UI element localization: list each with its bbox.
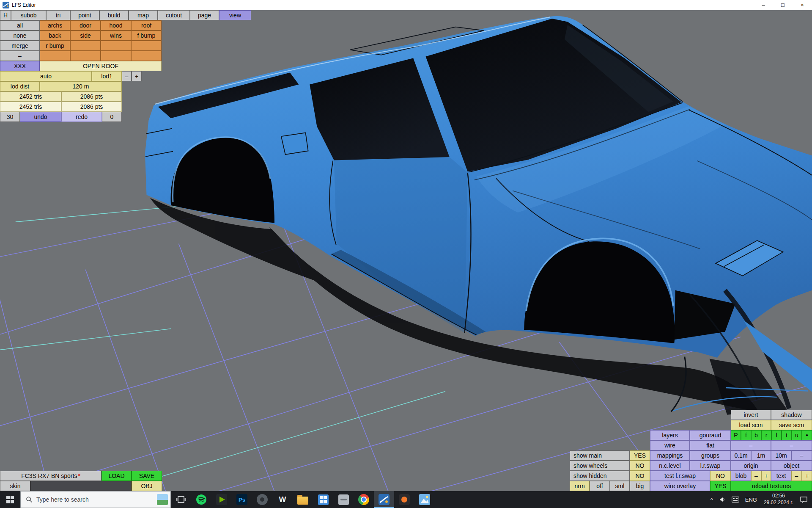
groups-button[interactable]: groups [690, 450, 731, 461]
load-scm-button[interactable]: load scm [731, 420, 771, 430]
button-archs[interactable]: archs [40, 20, 70, 30]
touch-keyboard-icon[interactable] [729, 491, 742, 508]
blob-minus-button[interactable]: – [751, 471, 761, 481]
app-icon[interactable] [3, 2, 9, 8]
button-all[interactable]: all [0, 20, 40, 30]
taskbar-app-photoshop[interactable]: Ps [232, 491, 252, 508]
taskbar-app-gray[interactable] [333, 491, 354, 508]
test-lr-swap-button[interactable]: test l.r.swap [650, 471, 710, 481]
channel-dot[interactable]: ● [802, 430, 812, 440]
show-hidden-toggle[interactable]: NO [630, 471, 650, 481]
wire-button[interactable]: wire [650, 440, 690, 450]
text-minus-button[interactable]: – [791, 471, 802, 481]
save-button[interactable]: SAVE [132, 471, 162, 481]
menu-map[interactable]: map [129, 10, 158, 20]
button-side[interactable]: side [70, 30, 101, 41]
redo-button[interactable]: redo [61, 112, 102, 122]
undo-button[interactable]: undo [20, 112, 61, 122]
button-lod1[interactable]: lod1 [92, 71, 122, 81]
wire-overlay-button[interactable]: wire overlay [650, 481, 710, 491]
button-auto[interactable]: auto [0, 71, 92, 81]
obj-button[interactable]: OBJ [132, 481, 162, 491]
tray-chevron[interactable]: ^ [708, 491, 716, 508]
button-r-bump[interactable]: r bump [40, 41, 70, 51]
button-merge[interactable]: merge [0, 41, 40, 51]
mappings-button[interactable]: mappings [650, 450, 690, 461]
taskbar-app-chrome[interactable] [354, 491, 374, 508]
gouraud-button[interactable]: gouraud [690, 430, 731, 440]
text-plus-button[interactable]: + [802, 471, 812, 481]
menu-tri[interactable]: tri [46, 10, 70, 20]
tray-language[interactable]: ENG [742, 491, 760, 508]
menu-page[interactable]: page [190, 10, 219, 20]
button-open-roof[interactable]: OPEN ROOF [40, 61, 162, 71]
channel-u[interactable]: u [792, 430, 802, 440]
channel-l[interactable]: l [771, 430, 782, 440]
snap-10m-button[interactable]: 10m [771, 450, 791, 461]
channel-t[interactable]: t [782, 430, 792, 440]
sml-button[interactable]: sml [610, 481, 630, 491]
dash-button-b[interactable]: – [771, 440, 812, 450]
lod-dist-label[interactable]: lod dist [0, 81, 40, 91]
taskbar-app-spotify[interactable] [191, 491, 211, 508]
button-none[interactable]: none [0, 30, 40, 41]
wire-overlay-toggle[interactable]: YES [710, 481, 731, 491]
test-lr-swap-toggle[interactable]: NO [710, 471, 731, 481]
menu-subob[interactable]: subob [11, 10, 46, 20]
menu-point[interactable]: point [70, 10, 99, 20]
snap-1m-button[interactable]: 1m [751, 450, 771, 461]
load-button[interactable]: LOAD [102, 471, 132, 481]
big-button[interactable]: big [630, 481, 650, 491]
taskbar-app-green[interactable] [211, 491, 232, 508]
button-roof[interactable]: roof [131, 20, 162, 30]
button-wins[interactable]: wins [101, 30, 131, 41]
origin-button[interactable]: origin [731, 461, 771, 471]
minimize-button[interactable]: – [754, 0, 773, 10]
button-back[interactable]: back [40, 30, 70, 41]
channel-P[interactable]: P [731, 430, 741, 440]
taskbar-app-blue-grid[interactable] [313, 491, 333, 508]
menu-view-active[interactable]: view [219, 10, 251, 20]
button-door[interactable]: door [70, 20, 101, 30]
snap-dash-button[interactable]: – [791, 450, 812, 461]
channel-r[interactable]: r [761, 430, 771, 440]
taskbar-app-lfs-editor[interactable] [374, 491, 394, 508]
taskbar-app-dark[interactable] [252, 491, 272, 508]
taskbar-search[interactable]: Type here to search [20, 491, 171, 508]
button-hood[interactable]: hood [101, 20, 131, 30]
lr-swap-button[interactable]: l.r.swap [690, 461, 731, 471]
menu-build[interactable]: build [99, 10, 129, 20]
taskbar-app-file-explorer[interactable] [293, 491, 313, 508]
volume-icon[interactable] [716, 491, 729, 508]
maximize-button[interactable]: □ [773, 0, 793, 10]
layers-button[interactable]: layers [650, 430, 690, 440]
object-button[interactable]: object [771, 461, 812, 471]
button-xxx[interactable]: XXX [0, 61, 40, 71]
show-wheels-toggle[interactable]: NO [630, 461, 650, 471]
reload-textures-button[interactable]: reload textures [731, 481, 812, 491]
action-center-icon[interactable] [797, 491, 810, 508]
invert-button[interactable]: invert [731, 410, 771, 420]
off-button[interactable]: off [590, 481, 610, 491]
blob-plus-button[interactable]: + [761, 471, 771, 481]
snap-01m-button[interactable]: 0.1m [731, 450, 751, 461]
blob-button[interactable]: blob [731, 471, 751, 481]
flat-button[interactable]: flat [690, 440, 731, 450]
nc-level-button[interactable]: n.c.level [650, 461, 690, 471]
channel-b[interactable]: b [751, 430, 761, 440]
taskbar-app-orange[interactable] [394, 491, 414, 508]
tray-clock[interactable]: 02:56 29.02.2024 r. [760, 493, 797, 506]
text-button[interactable]: text [771, 471, 791, 481]
dash-button-a[interactable]: – [731, 440, 771, 450]
lod-dist-value[interactable]: 120 m [40, 81, 122, 91]
taskbar-app-photos[interactable] [414, 491, 435, 508]
vehicle-name-button[interactable]: FC3S RX7 BN sports * [0, 471, 102, 481]
channel-f[interactable]: f [741, 430, 751, 440]
taskbar-app-w[interactable]: W [272, 491, 293, 508]
start-button[interactable] [0, 491, 20, 508]
nrm-button[interactable]: nrm [570, 481, 590, 491]
taskbar-app-task-view[interactable] [171, 491, 191, 508]
menu-h[interactable]: H [0, 10, 11, 20]
close-button[interactable]: × [793, 0, 812, 10]
skin-button[interactable]: skin [0, 481, 30, 491]
